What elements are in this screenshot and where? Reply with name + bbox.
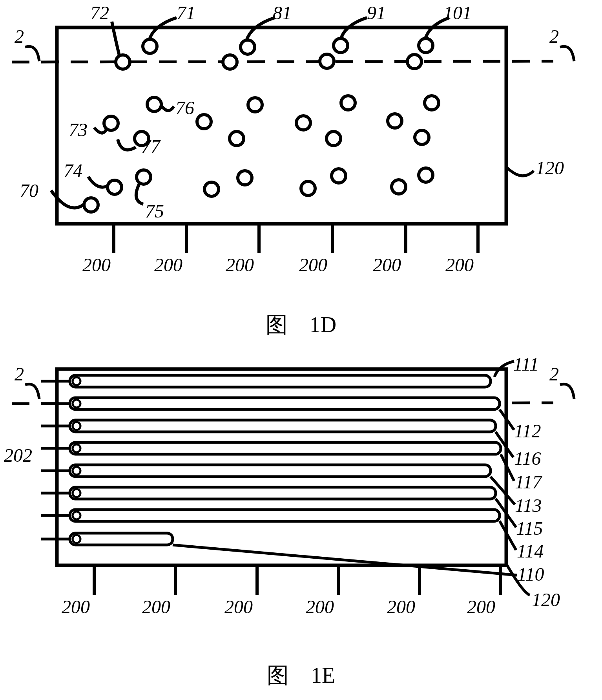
caption-han: 图 [266, 313, 288, 337]
slot-ends [73, 377, 80, 543]
hole [419, 38, 433, 53]
hole [301, 181, 315, 196]
svg-rect-5 [70, 487, 496, 499]
section-hook-left [25, 384, 39, 399]
svg-rect-2 [70, 420, 496, 432]
svg-rect-3 [70, 442, 501, 454]
figure-1e-svg [0, 353, 602, 628]
svg-point-15 [73, 535, 80, 543]
figure-1d-caption: 图 1D [0, 310, 602, 340]
hole [238, 171, 252, 185]
figure-1e-caption: 图 1E [0, 661, 602, 691]
left-ticks [41, 381, 69, 539]
hole [332, 169, 346, 183]
hole [248, 98, 262, 112]
hole [320, 54, 334, 68]
hole [135, 132, 149, 146]
caption-num: 1E [311, 663, 335, 687]
hole [241, 40, 255, 54]
hole [104, 116, 118, 130]
svg-rect-6 [70, 510, 500, 521]
hole [425, 96, 439, 110]
figure-1d-svg [0, 0, 602, 279]
frame-leader-120 [506, 167, 534, 176]
hole [419, 168, 433, 182]
caption-num: 1D [310, 313, 336, 337]
svg-point-12 [73, 467, 80, 475]
svg-point-13 [73, 489, 80, 497]
hole [296, 116, 310, 130]
hole [108, 180, 122, 194]
hole [392, 180, 406, 194]
hole [223, 55, 237, 69]
hole [147, 97, 161, 111]
svg-point-10 [73, 422, 80, 430]
hole [197, 115, 211, 129]
leader-77 [118, 139, 136, 150]
svg-point-11 [73, 444, 80, 452]
hole [407, 55, 421, 69]
svg-rect-0 [70, 375, 491, 387]
svg-rect-1 [70, 398, 500, 409]
section-hook-left [25, 46, 39, 61]
svg-line-30 [173, 545, 517, 575]
hole [137, 170, 151, 184]
hole [116, 55, 130, 69]
svg-point-8 [73, 377, 80, 385]
svg-rect-4 [70, 465, 491, 477]
caption-han: 图 [267, 663, 289, 687]
section-hook-right [560, 46, 574, 61]
hole [230, 132, 244, 146]
svg-point-14 [73, 512, 80, 519]
svg-rect-7 [70, 533, 173, 545]
hole [204, 182, 219, 196]
leader-120 [506, 564, 530, 595]
hole [341, 96, 355, 110]
svg-point-9 [73, 400, 80, 408]
hole [388, 114, 402, 128]
hole [143, 39, 157, 53]
hole [334, 38, 348, 53]
leader-91 [340, 18, 367, 41]
figure-1d: 72 71 81 91 101 2 2 76 73 77 74 70 75 12… [0, 0, 602, 338]
section-line [12, 61, 553, 62]
slots [70, 375, 501, 545]
hole [84, 198, 98, 212]
section-hook-right [560, 384, 574, 399]
hole [415, 130, 429, 144]
figure-1e: 2 2 111 112 116 117 113 115 114 110 120 … [0, 353, 602, 699]
hole [327, 132, 341, 146]
